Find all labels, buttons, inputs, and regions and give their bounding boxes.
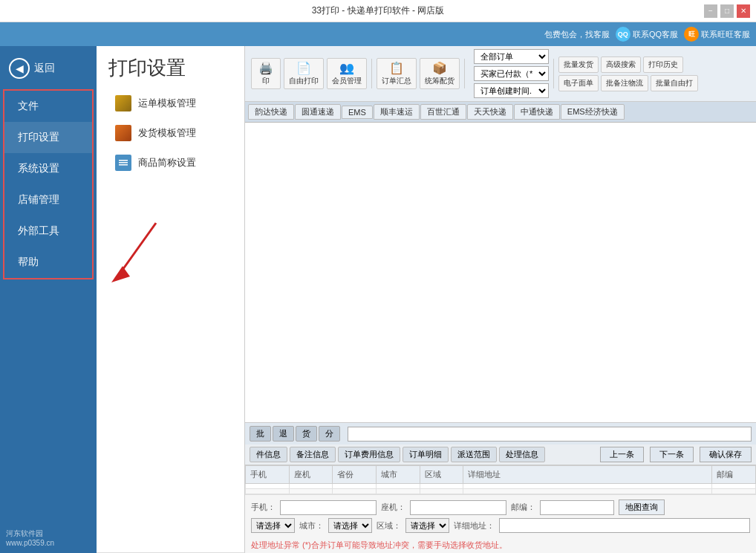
separator-2 <box>464 59 465 88</box>
order-table-area[interactable] <box>245 123 756 422</box>
member-mgmt-button[interactable]: 👥 会员管理 <box>327 58 367 89</box>
adv-search-button[interactable]: 高级搜索 <box>601 56 641 73</box>
sidebar-item-external-tools[interactable]: 外部工具 <box>4 216 92 247</box>
order-filter-select[interactable]: 全部订单 <box>474 49 549 64</box>
prev-button[interactable]: 上一条 <box>600 447 644 462</box>
watermark: 河东软件园 www.p0359.cn <box>6 528 54 547</box>
unified-ship-button[interactable]: 📦 统筹配货 <box>420 58 460 89</box>
sidebar-item-print-settings[interactable]: 打印设置 <box>4 122 92 153</box>
map-query-button[interactable]: 地图查询 <box>619 499 665 515</box>
col-detail: 详细地址 <box>463 466 712 484</box>
col-landline: 座机 <box>289 466 333 484</box>
express-tab-yunda[interactable]: 韵达快递 <box>248 104 294 120</box>
sidebar-item-store-management[interactable]: 店铺管理 <box>4 184 92 216</box>
right-toolbar-group: 批量发货 高级搜索 打印历史 电子面单 <box>558 56 698 91</box>
city-select[interactable]: 请选择 <box>328 518 372 533</box>
batch-free-button[interactable]: 批量自由打 <box>651 75 698 91</box>
unified-ship-label: 统筹配货 <box>425 76 454 86</box>
sidebar-help-label: 帮助 <box>18 256 39 268</box>
time-filter-select[interactable]: 订单创建时间. <box>474 83 549 98</box>
district-select[interactable]: 请选择 <box>405 518 449 533</box>
member-mgmt-label: 会员管理 <box>332 76 362 86</box>
back-button[interactable]: ◀ 返回 <box>0 52 97 85</box>
goods-abbr-label: 商品简称设置 <box>138 156 196 169</box>
maximize-button[interactable]: □ <box>720 4 734 18</box>
batch-tab-goods[interactable]: 货 <box>296 426 317 442</box>
logistics-button[interactable]: 批备注物流 <box>601 75 648 91</box>
district-label: 区域： <box>377 520 401 531</box>
wang-service-link[interactable]: 旺 联系旺旺客服 <box>684 27 750 42</box>
express-tab-yuantong[interactable]: 圆通速递 <box>295 104 341 120</box>
express-tabs: 韵达快递 圆通速递 EMS 顺丰速运 百世汇通 天天快递 中通快 <box>245 102 756 123</box>
waybill-template-item[interactable]: 运单模板管理 <box>108 90 232 117</box>
detail-tab-fee[interactable]: 订单费用信息 <box>338 447 400 462</box>
goods-abbr-item[interactable]: 商品简称设置 <box>108 149 232 176</box>
qq-service-link[interactable]: QQ 联系QQ客服 <box>616 27 678 42</box>
detail-tab-detail[interactable]: 订单明细 <box>403 447 449 462</box>
ship-icon <box>114 124 132 142</box>
col-city: 城市 <box>376 466 420 484</box>
print-history-button[interactable]: 打印历史 <box>643 56 683 73</box>
express-tab-ems[interactable]: EMS <box>342 106 373 119</box>
printer-icon: 🖨️ <box>258 61 273 75</box>
right-content: 🖨️ 印 📄 自由打印 👥 会员管理 📋 订单汇总 📦 <box>245 46 756 553</box>
svg-rect-2 <box>119 164 128 166</box>
payment-filter-select[interactable]: 买家已付款（* <box>474 66 549 81</box>
detail-tab-delivery-range[interactable]: 派送范围 <box>451 447 497 462</box>
sidebar-external-tools-label: 外部工具 <box>18 224 59 236</box>
form-row-address: 请选择 城市： 请选择 区域： 请选择 详细地址： <box>251 518 750 533</box>
save-button[interactable]: 确认保存 <box>700 447 752 462</box>
sidebar-nav-box: 文件 打印设置 系统设置 店铺管理 外部工具 帮助 <box>3 89 94 279</box>
waybill-icon <box>114 94 132 112</box>
express-tab-ems-economy[interactable]: EMS经济快递 <box>561 104 625 120</box>
form-row-phone: 手机： 座机： 邮编： 地图查询 <box>251 499 750 515</box>
minimize-button[interactable]: − <box>704 4 717 18</box>
ship-template-item[interactable]: 发货模板管理 <box>108 120 232 146</box>
toolbar: 🖨️ 印 📄 自由打印 👥 会员管理 📋 订单汇总 📦 <box>245 46 756 102</box>
main-layout: ◀ 返回 文件 打印设置 系统设置 店铺管理 外部工具 帮助 <box>0 46 756 553</box>
qq-icon: QQ <box>616 27 630 42</box>
sidebar-item-help[interactable]: 帮助 <box>4 247 92 278</box>
window-controls: − □ ✕ <box>704 4 750 18</box>
detail-tab-item-info[interactable]: 件信息 <box>250 447 287 462</box>
title-bar: 33打印 - 快递单打印软件 - 网店版 − □ ✕ <box>0 0 756 22</box>
batch-search-input[interactable] <box>348 427 752 442</box>
batch-ship-label: 批量发货 <box>564 59 593 70</box>
right-toolbar-row1: 批量发货 高级搜索 打印历史 <box>558 56 698 73</box>
detail-tab-process-info[interactable]: 处理信息 <box>499 447 545 462</box>
detail-tab-note[interactable]: 备注信息 <box>290 447 336 462</box>
window-title: 33打印 - 快递单打印软件 - 网店版 <box>312 4 445 17</box>
express-tab-shunfeng[interactable]: 顺丰速运 <box>374 104 420 120</box>
print-button[interactable]: 🖨️ 印 <box>251 58 281 89</box>
detail-label: 详细地址： <box>454 520 495 531</box>
electronic-button[interactable]: 电子面单 <box>558 75 599 91</box>
batch-tab-split[interactable]: 分 <box>319 426 340 442</box>
batch-ship-button[interactable]: 批量发货 <box>558 56 599 73</box>
wang-icon: 旺 <box>684 27 699 42</box>
watermark-url: www.p0359.cn <box>6 539 54 547</box>
sidebar-item-file[interactable]: 文件 <box>4 91 92 122</box>
free-print-button[interactable]: 📄 自由打印 <box>284 58 324 89</box>
free-service-link[interactable]: 包费包会，找客服 <box>544 29 610 40</box>
batch-tab-batch[interactable]: 批 <box>250 426 271 442</box>
batch-tab-return[interactable]: 退 <box>273 426 294 442</box>
express-tab-baishi[interactable]: 百世汇通 <box>420 104 466 120</box>
landline-label: 座机： <box>381 502 405 513</box>
address-table: 手机 座机 省份 城市 区域 详细地址 邮编 <box>245 465 756 494</box>
phone-input[interactable] <box>280 500 377 515</box>
postal-input[interactable] <box>540 500 614 515</box>
detail-address-input[interactable] <box>499 518 750 533</box>
print-history-label: 打印历史 <box>648 59 678 70</box>
express-tab-tiantian[interactable]: 天天快递 <box>467 104 513 120</box>
express-tab-zhongtong[interactable]: 中通快递 <box>514 104 560 120</box>
col-postal: 邮编 <box>712 466 756 484</box>
landline-input[interactable] <box>410 500 506 515</box>
sidebar-item-system-settings[interactable]: 系统设置 <box>4 153 92 184</box>
province-select[interactable]: 请选择 <box>251 518 295 533</box>
bottom-section: 批 退 货 分 件信息 <box>245 422 756 553</box>
wang-service-label: 联系旺旺客服 <box>701 29 750 40</box>
order-summary-button[interactable]: 📋 订单汇总 <box>377 58 417 89</box>
sidebar-print-settings-label: 打印设置 <box>18 131 59 143</box>
close-button[interactable]: ✕ <box>737 4 750 18</box>
next-button[interactable]: 下一条 <box>650 447 694 462</box>
